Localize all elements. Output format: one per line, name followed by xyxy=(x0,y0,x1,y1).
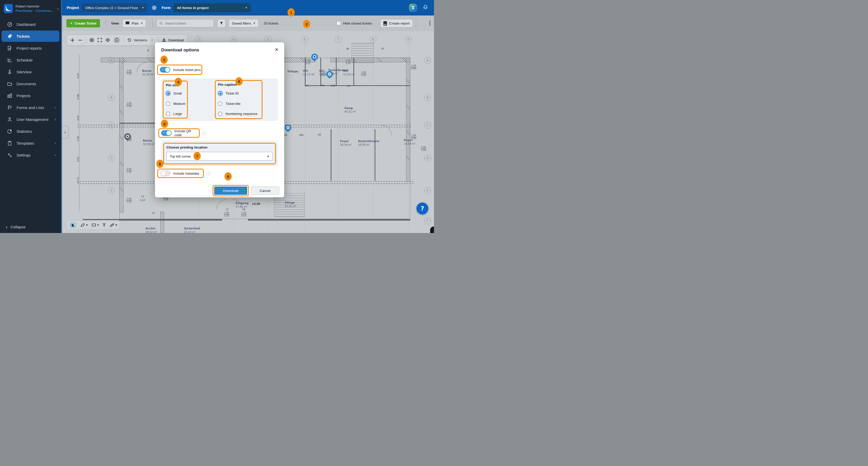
project-settings-gear-icon[interactable] xyxy=(152,5,157,10)
help-button[interactable]: ? xyxy=(416,203,428,214)
dimension-label: ±0,00 xyxy=(252,203,260,205)
grid-marker: C xyxy=(108,122,115,129)
saved-filters-dropdown[interactable]: Saved filters ▼ xyxy=(228,19,258,27)
pin-caption-numbering-option[interactable]: Numbering sequence xyxy=(218,112,257,116)
form-selector-value: All forms in project xyxy=(177,6,209,10)
plan-wall xyxy=(331,129,332,181)
include-metadata-toggle[interactable] xyxy=(160,170,170,176)
room-label: WC15,54 m² xyxy=(343,69,355,76)
sidebar-item-user-management[interactable]: User Management› xyxy=(2,114,59,125)
planradar-connect-icon[interactable] xyxy=(409,4,417,11)
zoom-in-icon[interactable] xyxy=(70,38,75,42)
select-cursor-tool[interactable] xyxy=(69,222,76,228)
radio-selected-icon[interactable] xyxy=(166,91,170,96)
download-button[interactable]: Download xyxy=(214,187,247,195)
view-mode-dropdown[interactable]: Plan ▼ xyxy=(122,19,146,27)
dimension-fraction: 1,002,10 xyxy=(345,59,351,65)
qr-info-icon[interactable]: i xyxy=(202,131,207,135)
filter-button[interactable] xyxy=(217,19,225,27)
more-options-kebab-icon[interactable] xyxy=(429,21,430,26)
radio-icon[interactable] xyxy=(166,101,170,106)
sidebar-item-label: Forms and Lists xyxy=(17,105,44,110)
measure-tool[interactable]: ▼ xyxy=(110,223,117,227)
hide-closed-checkbox[interactable] xyxy=(337,21,341,25)
planradar-logo xyxy=(4,4,13,13)
account-name: PlanRadar - Construc... xyxy=(16,9,54,13)
view-mode-value: Plan xyxy=(131,22,138,25)
pen-tool[interactable]: ▼ xyxy=(80,223,88,227)
chevron-right-icon: › xyxy=(54,105,56,110)
download-plan-button[interactable]: Download xyxy=(162,38,184,42)
zoom-out-icon[interactable] xyxy=(78,38,83,42)
include-ticket-pins-label: Include ticket pins xyxy=(173,68,201,72)
sidebar-item-statistics[interactable]: Statistics xyxy=(2,126,59,137)
dimension-label: 14 xyxy=(152,212,155,214)
plan-wall xyxy=(351,43,374,63)
versions-button[interactable]: Versions 3 xyxy=(127,37,155,43)
close-icon[interactable]: ✕ xyxy=(275,47,278,53)
radio-icon[interactable] xyxy=(218,101,222,106)
modal-title: Download options xyxy=(161,48,199,53)
sidebar-item-label: Schedule xyxy=(17,58,33,62)
radio-icon[interactable] xyxy=(218,112,222,116)
pin-caption-ticket-title-option[interactable]: Ticket title xyxy=(218,101,241,106)
chevron-right-icon: › xyxy=(57,6,59,11)
dimension-fraction: 1,000,80 xyxy=(411,65,417,70)
include-qr-toggle[interactable]: ✓ xyxy=(161,130,172,136)
project-selector-value: Office Complex 11 > Ground Floor xyxy=(85,6,138,10)
focus-target-icon[interactable] xyxy=(89,38,94,42)
sidebar-item-project-reports[interactable]: Project reports xyxy=(2,42,59,54)
metadata-info-icon[interactable]: i xyxy=(206,171,211,176)
sidebar-item-schedule[interactable]: Schedule xyxy=(2,54,59,66)
chevron-down-icon: ▼ xyxy=(141,22,143,25)
printing-location-value: Top left corner xyxy=(170,154,191,158)
notifications-bell-icon[interactable] xyxy=(423,4,428,11)
cancel-button[interactable]: Cancel xyxy=(251,187,279,195)
ticket-count: 20 tickets xyxy=(264,22,278,25)
sidebar-item-tickets[interactable]: Tickets xyxy=(2,30,59,42)
sidebar-item-siteview[interactable]: SiteView xyxy=(2,66,59,77)
fullscreen-icon[interactable] xyxy=(97,38,102,42)
sidebar-item-settings[interactable]: Settings› xyxy=(2,149,59,161)
hide-closed-tickets-control[interactable]: Hide closed tickets xyxy=(337,21,372,25)
sidebar-item-dashboard[interactable]: Dashboard xyxy=(2,19,59,30)
text-tool[interactable]: T xyxy=(102,222,105,227)
project-selector[interactable]: Office Complex 11 > Ground Floor ▼ xyxy=(82,3,147,12)
documents-icon xyxy=(7,81,12,87)
form-selector[interactable]: All forms in project ▼ xyxy=(174,3,250,12)
dimension-label: 07 xyxy=(381,48,384,50)
create-ticket-button[interactable]: + Create Ticket xyxy=(66,19,100,27)
step-badge-2: 2 xyxy=(303,20,310,28)
account-switcher[interactable]: Robert Hammer PlanRadar - Construc... › xyxy=(0,0,62,17)
dimension-fraction: 2,001,50 xyxy=(126,198,132,203)
siteview-icon xyxy=(7,69,12,75)
dimension-label: 2,10 xyxy=(140,199,145,201)
search-input[interactable] xyxy=(165,22,211,25)
ticket-list-expand-tab[interactable]: › xyxy=(62,126,69,139)
radio-selected-icon[interactable] xyxy=(218,91,222,96)
sidebar-item-label: User Management xyxy=(17,117,48,122)
users-icon xyxy=(7,117,12,122)
create-report-button[interactable]: PDF Create report xyxy=(380,19,413,27)
dimension-label: 09 xyxy=(318,133,321,136)
pin-size-large-option[interactable]: Large xyxy=(166,112,182,116)
download-icon xyxy=(162,38,166,42)
dimension-label: 06 xyxy=(347,85,350,87)
shape-tool[interactable]: ▼ xyxy=(91,223,99,227)
sidebar-item-forms-and-lists[interactable]: Forms and Lists› xyxy=(2,102,59,113)
sidebar-item-documents[interactable]: Documents xyxy=(2,78,59,89)
sidebar-item-label: Settings xyxy=(17,153,30,157)
printing-location-select[interactable]: Top left corner ▼ xyxy=(166,152,273,161)
pin-caption-ticket-id-option[interactable]: Ticket ID xyxy=(218,91,239,96)
info-icon[interactable] xyxy=(114,37,120,43)
step-badge-4: 4 xyxy=(175,78,182,86)
radio-icon[interactable] xyxy=(166,112,170,116)
compress-icon[interactable] xyxy=(105,38,110,42)
highlight-include-ticket-pins: ✓ Include ticket pins xyxy=(157,65,202,75)
sidebar-item-projects[interactable]: Projects xyxy=(2,90,59,101)
collapse-button[interactable]: ‹ Collapse xyxy=(6,224,26,229)
pin-size-small-option[interactable]: Small xyxy=(166,91,182,96)
include-ticket-pins-toggle[interactable]: ✓ xyxy=(160,67,170,72)
pin-size-medium-option[interactable]: Medium xyxy=(166,101,185,106)
sidebar-item-templates[interactable]: Templates› xyxy=(2,137,59,149)
